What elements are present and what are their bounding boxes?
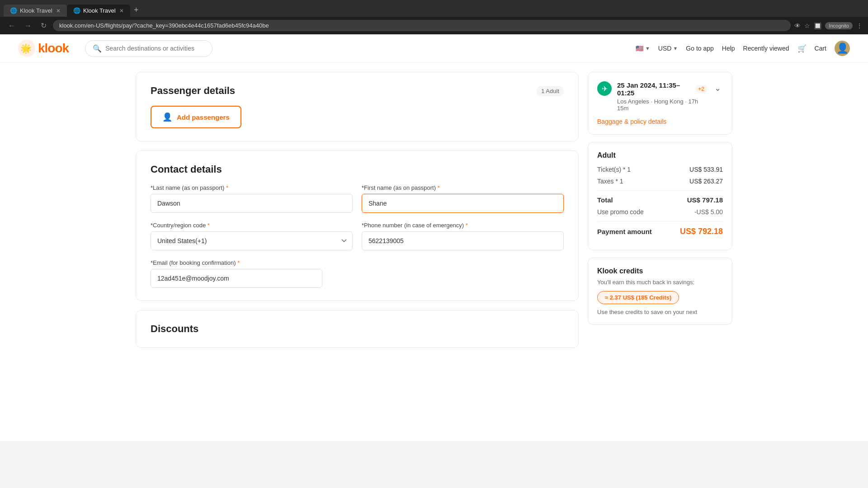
payment-value: US$ 792.18 (680, 227, 723, 236)
avatar-image: 👤 (836, 42, 849, 54)
profile-icon[interactable]: 🔲 (814, 22, 821, 29)
baggage-policy-link[interactable]: Baggage & policy details (597, 118, 723, 125)
flag-chevron-icon: ▼ (645, 46, 650, 51)
back-button[interactable]: ← (5, 20, 18, 32)
flight-summary-card: ✈ 25 Jan 2024, 11:35–01:25 +2 Los Angele… (588, 72, 732, 135)
promo-row: Use promo code -US$ 5.00 (597, 208, 723, 216)
header-nav: 🇺🇸 ▼ USD ▼ Go to app Help Recently viewe… (636, 41, 850, 56)
total-value: US$ 797.18 (687, 196, 723, 204)
last-name-input[interactable] (151, 194, 353, 213)
help-link[interactable]: Help (722, 45, 735, 52)
cart-label[interactable]: Cart (815, 45, 826, 52)
go-to-app-link[interactable]: Go to app (686, 45, 714, 52)
first-name-required: * (438, 184, 440, 191)
ticket-label: Ticket(s) * 1 (597, 166, 631, 173)
contact-details-card: Contact details *Last name (as on passpo… (136, 150, 579, 301)
phone-input[interactable] (362, 231, 564, 250)
tab1-favicon: 🌐 (10, 7, 17, 14)
menu-icon[interactable]: ⋮ (856, 22, 863, 29)
country-code-group: *Country/region code * United States(+1)… (151, 222, 353, 250)
currency-label: USD (658, 45, 672, 52)
last-name-label: *Last name (as on passport) * (151, 184, 353, 191)
first-name-label: *First name (as on passport) * (362, 184, 564, 191)
contact-section-title: Contact details (151, 164, 564, 175)
search-input[interactable] (105, 45, 205, 52)
total-label: Total (597, 196, 613, 204)
browser-tab-1[interactable]: 🌐 Klook Travel ✕ (4, 5, 67, 17)
last-name-required: * (226, 184, 228, 191)
ticket-price-row: Ticket(s) * 1 US$ 533.91 (597, 166, 723, 173)
email-input[interactable] (151, 269, 322, 288)
currency-chevron-icon: ▼ (673, 46, 678, 51)
price-divider-2 (597, 221, 723, 221)
credits-card: Klook credits You'll earn this much back… (588, 258, 732, 325)
credits-title: Klook credits (597, 267, 723, 275)
nav-extras: 👁 ☆ 🔲 Incognito ⋮ (794, 22, 863, 29)
flight-header: ✈ 25 Jan 2024, 11:35–01:25 +2 Los Angele… (597, 81, 723, 112)
left-panel: Passenger details 1 Adult 👤 Add passenge… (136, 72, 579, 348)
discounts-card: Discounts (136, 310, 579, 348)
visibility-icon: 👁 (794, 22, 801, 29)
new-tab-button[interactable]: + (130, 4, 142, 17)
country-code-select[interactable]: United States(+1) United Kingdom(+44) Ch… (151, 231, 353, 250)
pricing-section-title: Adult (597, 151, 723, 160)
adult-badge: 1 Adult (537, 86, 564, 96)
flight-icon: ✈ (597, 81, 612, 96)
logo-area: 🌟 klook (18, 40, 69, 57)
tax-price-row: Taxes * 1 US$ 263.27 (597, 178, 723, 185)
forward-button[interactable]: → (22, 20, 34, 32)
incognito-badge: Incognito (825, 22, 853, 29)
cart-icon[interactable]: 🛒 (797, 44, 807, 53)
phone-label: *Phone number (in case of emergency) * (362, 222, 564, 229)
country-code-label: *Country/region code * (151, 222, 353, 229)
payment-label: Payment amount (597, 228, 652, 235)
phone-group: *Phone number (in case of emergency) * (362, 222, 564, 250)
promo-label: Use promo code (597, 208, 644, 216)
search-icon: 🔍 (93, 44, 102, 53)
currency-selector[interactable]: USD ▼ (658, 45, 678, 52)
passenger-details-card: Passenger details 1 Adult 👤 Add passenge… (136, 72, 579, 141)
main-content: Passenger details 1 Adult 👤 Add passenge… (118, 63, 750, 357)
promo-value: -US$ 5.00 (694, 208, 723, 216)
address-bar[interactable] (53, 20, 791, 31)
right-panel: ✈ 25 Jan 2024, 11:35–01:25 +2 Los Angele… (588, 72, 732, 348)
recently-viewed-link[interactable]: Recently viewed (743, 45, 789, 52)
search-bar[interactable]: 🔍 (85, 40, 212, 57)
add-passengers-label: Add passengers (177, 113, 230, 121)
svg-text:🌟: 🌟 (20, 43, 32, 54)
flag-selector[interactable]: 🇺🇸 ▼ (636, 45, 650, 52)
tab1-title: Klook Travel (20, 7, 52, 14)
star-icon[interactable]: ☆ (804, 22, 810, 29)
us-flag-icon: 🇺🇸 (636, 45, 643, 52)
reload-button[interactable]: ↻ (38, 19, 49, 32)
last-name-group: *Last name (as on passport) * (151, 184, 353, 213)
logo-text: klook (38, 41, 69, 56)
credits-badge: ≈ 2.37 US$ (185 Credits) (597, 291, 679, 304)
flight-info: 25 Jan 2024, 11:35–01:25 +2 Los Angeles … (617, 81, 707, 112)
tab2-favicon: 🌐 (73, 7, 80, 14)
contact-form-grid: *Last name (as on passport) * *First nam… (151, 184, 564, 288)
browser-tab-bar: 🌐 Klook Travel ✕ 🌐 Klook Travel ✕ + (0, 0, 868, 17)
email-required: * (237, 259, 240, 266)
payment-row: Payment amount US$ 792.18 (597, 227, 723, 236)
add-passengers-button[interactable]: 👤 Add passengers (151, 106, 241, 128)
email-label: *Email (for booking confirmation) * (151, 259, 353, 266)
tab2-title: Klook Travel (83, 7, 116, 14)
flight-route: Los Angeles · Hong Kong · 17h 15m (617, 98, 707, 112)
passenger-section-title: Passenger details (151, 85, 235, 97)
credits-note: Use these credits to save on your next (597, 309, 723, 315)
discounts-title: Discounts (151, 323, 564, 335)
add-passenger-icon: 👤 (162, 112, 172, 122)
flight-expand-button[interactable]: ⌄ (712, 81, 723, 95)
first-name-group: *First name (as on passport) * (362, 184, 564, 213)
browser-tab-2[interactable]: 🌐 Klook Travel ✕ (67, 5, 130, 17)
app-container: 🌟 klook 🔍 🇺🇸 ▼ USD ▼ Go to app Help Rece… (0, 34, 868, 441)
pricing-card: Adult Ticket(s) * 1 US$ 533.91 Taxes * 1… (588, 142, 732, 250)
tab1-close-icon[interactable]: ✕ (56, 8, 61, 14)
first-name-input[interactable] (362, 194, 564, 213)
country-code-required: * (208, 222, 210, 229)
tab2-close-icon[interactable]: ✕ (119, 8, 124, 14)
user-avatar[interactable]: 👤 (835, 41, 850, 56)
plane-icon: ✈ (602, 84, 608, 93)
price-divider (597, 190, 723, 191)
